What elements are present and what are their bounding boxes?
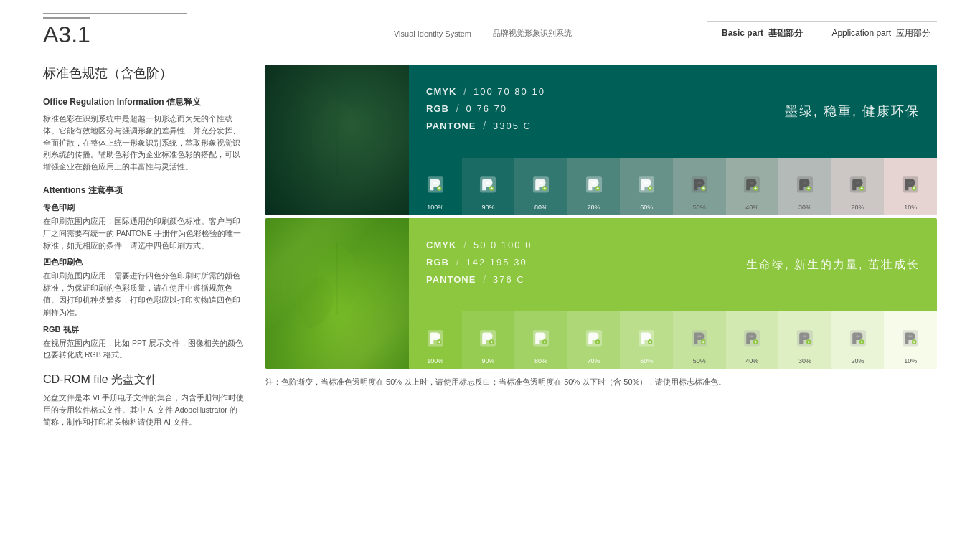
dark-swatch-90%: 90% — [462, 158, 515, 215]
header-divider — [43, 13, 187, 14]
dark-photo — [265, 65, 409, 215]
rgb-label-green: RGB — [426, 257, 449, 268]
green-swatch-40%: 40% — [726, 311, 779, 369]
green-swatch-80%: 80% — [514, 311, 567, 369]
dark-swatch-80%: 80% — [514, 158, 567, 215]
swatch-pct-label: 40% — [745, 204, 758, 211]
attentions-section: Attentions 注意事项 专色印刷 在印刷范围内应用，国际通用的印刷颜色标… — [43, 184, 244, 361]
page-container: A3.1 Visual Identity System 品牌视觉形象识别系统 B… — [0, 0, 980, 551]
green-swatch-10%: 10% — [884, 311, 937, 369]
swatch-pct-label: 20% — [852, 204, 864, 211]
dark-photo-bg — [265, 65, 409, 215]
green-photo — [265, 218, 409, 369]
green-info-wrapper: CMYK / 50 0 100 0 RGB / 142 195 30 PANTO… — [409, 218, 937, 369]
green-color-info: CMYK / 50 0 100 0 RGB / 142 195 30 PANTO… — [409, 218, 937, 311]
swatch-pct-label: 100% — [427, 357, 443, 364]
swatch-pct-label: 40% — [745, 357, 758, 364]
green-swatch-row: 100% 90% 80% 70% 60% 50% 40% — [409, 311, 937, 369]
pantone-values-dark: 3305 C — [493, 121, 532, 131]
sub2-text: 在印刷范围内应用，需要进行四色分色印刷时所需的颜色标准，为保证印刷的色彩质量，请… — [43, 270, 244, 318]
nav-basic[interactable]: Basic part 基础部分 — [722, 27, 803, 39]
green-swatch-60%: 60% — [620, 311, 673, 369]
sub3-heading: RGB 视屏 — [43, 324, 244, 335]
nav-basic-cn: 基础部分 — [768, 28, 803, 38]
cd-section: CD-ROM file 光盘文件 光盘文件是本 VI 手册电子文件的集合，内含手… — [43, 372, 244, 428]
swatch-pct-label: 50% — [693, 204, 706, 211]
cmyk-spec-dark: CMYK / 100 70 80 10 — [426, 85, 920, 97]
header-center-row: Visual Identity System 品牌视觉形象识别系统 — [394, 28, 572, 39]
nav-app-cn: 应用部分 — [896, 28, 930, 38]
green-photo-bg — [265, 218, 409, 369]
sub3-text: 在视屏范围内应用，比如 PPT 展示文件，图像相关的颜色也要转化成 RGB 格式… — [43, 337, 244, 362]
green-swatch-50%: 50% — [673, 311, 726, 369]
page-code: A3.1 — [43, 17, 90, 48]
attentions-heading: Attentions 注意事项 — [43, 184, 244, 197]
dark-color-info: CMYK / 100 70 80 10 RGB / 0 76 70 PANTON… — [409, 65, 937, 158]
green-swatch-90%: 90% — [462, 311, 515, 369]
dark-swatch-10%: 10% — [884, 158, 937, 215]
green-swatch-30%: 30% — [778, 311, 831, 369]
nav-app[interactable]: Application part 应用部分 — [831, 27, 930, 39]
swatch-pct-label: 10% — [904, 357, 917, 364]
right-panel: CMYK / 100 70 80 10 RGB / 0 76 70 PANTON… — [265, 57, 937, 544]
footer-note: 注：色阶渐变，当标准色透明度在 50% 以上时，请使用标志反白；当标准色透明度在… — [265, 372, 937, 388]
green-slogan: 生命绿, 新生的力量, 茁壮成长 — [746, 258, 920, 273]
leaf-svg-green2 — [288, 268, 344, 334]
swatch-pct-label: 10% — [904, 204, 917, 211]
office-section: Office Regulation Information 信息释义 标准色彩在… — [43, 96, 244, 173]
dark-swatch-70%: 70% — [567, 158, 621, 215]
pantone-spec-green: PANTONE / 376 C — [426, 273, 920, 285]
header-center: Visual Identity System 品牌视觉形象识别系统 — [258, 22, 707, 39]
cmyk-spec-green: CMYK / 50 0 100 0 — [426, 239, 920, 250]
dark-swatch-50%: 50% — [673, 158, 726, 215]
dark-slogan: 墨绿, 稳重, 健康环保 — [785, 103, 920, 120]
pantone-label-green: PANTONE — [426, 274, 476, 285]
header: A3.1 Visual Identity System 品牌视觉形象识别系统 B… — [0, 0, 980, 57]
header-right: Basic part 基础部分 Application part 应用部分 — [707, 21, 937, 39]
leaf-svg-green — [308, 239, 366, 318]
green-swatch-100%: 100% — [409, 311, 462, 369]
rgb-values-dark: 0 76 70 — [466, 103, 507, 114]
swatch-pct-label: 20% — [852, 357, 864, 364]
swatch-pct-label: 30% — [798, 204, 811, 211]
pantone-spec-dark: PANTONE / 3305 C — [426, 120, 920, 131]
sub2-heading: 四色印刷色 — [43, 257, 244, 268]
dark-swatch-60%: 60% — [620, 158, 673, 215]
dark-swatch-40%: 40% — [726, 158, 779, 215]
vis-label: Visual Identity System — [394, 29, 471, 38]
brand-label: 品牌视觉形象识别系统 — [493, 28, 572, 39]
pantone-values-green: 376 C — [493, 274, 525, 285]
green-swatch-70%: 70% — [567, 311, 621, 369]
sub1-text: 在印刷范围内应用，国际通用的印刷颜色标准。客户与印厂之间需要有统一的 PANTO… — [43, 215, 244, 251]
swatch-pct-label: 90% — [481, 204, 494, 211]
swatch-pct-label: 60% — [640, 204, 653, 211]
green-block: CMYK / 50 0 100 0 RGB / 142 195 30 PANTO… — [265, 218, 937, 369]
swatch-pct-label: 80% — [534, 204, 547, 211]
section-title: 标准色规范（含色阶） — [43, 65, 244, 82]
dark-swatch-100%: 100% — [409, 158, 462, 215]
main-content: 标准色规范（含色阶） Office Regulation Information… — [0, 57, 980, 551]
rgb-values-green: 142 195 30 — [466, 257, 527, 268]
dark-swatch-row: 100% 90% 80% 70% 60% 50% 40% — [409, 158, 937, 215]
swatch-pct-label: 80% — [534, 357, 547, 364]
header-left: A3.1 — [43, 13, 258, 48]
dark-info-wrapper: CMYK / 100 70 80 10 RGB / 0 76 70 PANTON… — [409, 65, 937, 215]
swatch-pct-label: 70% — [588, 204, 600, 211]
cmyk-label-green: CMYK — [426, 240, 456, 250]
swatch-pct-label: 100% — [427, 204, 443, 211]
rgb-label-dark: RGB — [426, 103, 449, 114]
dark-swatch-30%: 30% — [778, 158, 831, 215]
cmyk-values-dark: 100 70 80 10 — [473, 86, 545, 97]
office-heading: Office Regulation Information 信息释义 — [43, 96, 244, 108]
office-text: 标准色彩在识别系统中是超越一切形态而为先的个性载体。它能有效地区分与强调形象的差… — [43, 113, 244, 173]
left-panel: 标准色规范（含色阶） Office Regulation Information… — [43, 57, 244, 544]
swatch-pct-label: 70% — [588, 357, 600, 364]
pantone-label-dark: PANTONE — [426, 121, 476, 131]
dark-green-block: CMYK / 100 70 80 10 RGB / 0 76 70 PANTON… — [265, 65, 937, 215]
cmyk-values-green: 50 0 100 0 — [473, 240, 532, 250]
green-swatch-20%: 20% — [831, 311, 885, 369]
leaf-svg-dark — [305, 93, 369, 179]
swatch-pct-label: 90% — [481, 357, 494, 364]
sub1-heading: 专色印刷 — [43, 202, 244, 213]
swatch-pct-label: 50% — [693, 357, 706, 364]
